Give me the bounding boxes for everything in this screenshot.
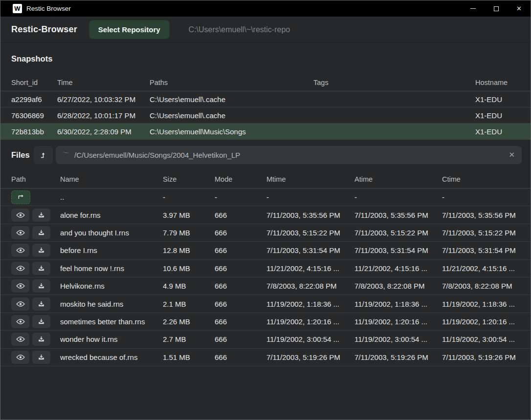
file-row[interactable]: wrecked because of.rns1.51 MB6667/11/200…: [0, 349, 531, 366]
preview-file-button[interactable]: [11, 226, 29, 239]
download-icon: [38, 265, 45, 272]
snapshot-row[interactable]: 763068696/28/2022, 10:01:17 PMC:\Users\e…: [0, 107, 531, 124]
preview-file-button[interactable]: [11, 297, 29, 311]
preview-file-button[interactable]: [11, 209, 29, 222]
file-size: 12.8 MB: [163, 246, 215, 254]
column-tags[interactable]: Tags: [313, 79, 475, 86]
column-mtime[interactable]: Mtime: [266, 175, 354, 183]
download-icon: [38, 300, 45, 308]
file-mode: 666: [215, 317, 266, 326]
file-row[interactable]: Helvikone.rns4.9 MB6667/8/2003, 8:22:08 …: [0, 277, 531, 295]
file-ctime: -: [442, 193, 520, 201]
file-row[interactable]: feel home now !.rns10.6 MB66611/21/2002,…: [0, 260, 531, 277]
preview-file-button[interactable]: [11, 262, 29, 275]
wails-logo-icon: W: [13, 4, 22, 13]
restore-file-button[interactable]: [32, 297, 50, 311]
column-short-id[interactable]: Short_id: [11, 79, 57, 86]
file-size: 3.97 MB: [163, 211, 215, 219]
restore-file-button[interactable]: [32, 315, 50, 328]
close-button[interactable]: ✕: [508, 0, 531, 17]
restore-file-button[interactable]: [32, 279, 50, 293]
clear-icon: ✕: [509, 150, 515, 159]
file-row[interactable]: and you thought I.rns7.79 MB6667/11/2003…: [0, 224, 531, 242]
file-mtime: -: [266, 193, 354, 201]
preview-file-button[interactable]: [11, 244, 29, 257]
file-mtime: 7/11/2003, 5:35:56 PM: [266, 211, 354, 219]
snapshot-hostname: X1-EDU: [475, 95, 520, 104]
snapshot-paths: C:\Users\emuell\.cache: [150, 95, 313, 104]
file-row[interactable]: moskito he said.rns2.1 MB66611/19/2002, …: [0, 295, 531, 313]
restore-file-button[interactable]: [32, 333, 50, 346]
minimize-button[interactable]: [462, 0, 485, 17]
row-actions: [11, 190, 60, 204]
snapshot-row[interactable]: a2299af66/27/2022, 10:03:32 PMC:\Users\e…: [0, 91, 531, 107]
file-mode: 666: [215, 300, 266, 308]
snapshot-row[interactable]: 72b813bb6/30/2022, 2:28:09 PMC:\Users\em…: [0, 124, 531, 140]
file-atime: 7/11/2003, 5:19:26 PM: [354, 353, 442, 361]
file-ctime: 11/19/2002, 1:18:36 ...: [442, 300, 520, 308]
download-icon: [38, 211, 45, 219]
file-mode: 666: [215, 282, 266, 290]
snapshot-hostname: X1-EDU: [475, 127, 520, 136]
column-paths[interactable]: Paths: [150, 79, 313, 86]
current-path-input[interactable]: /C/Users/emuell/Music/Songs/2004_Helveti…: [56, 146, 522, 164]
snapshots-table-header: Short_id Time Paths Tags Hostname: [0, 74, 531, 91]
file-row[interactable]: alone for.rns3.97 MB6667/11/2003, 5:35:5…: [0, 206, 531, 224]
file-size: 4.9 MB: [163, 282, 215, 290]
preview-file-button[interactable]: [11, 279, 29, 293]
column-path[interactable]: Path: [11, 175, 60, 183]
file-atime: 7/11/2003, 5:15:22 PM: [354, 229, 442, 237]
file-mtime: 11/21/2002, 4:15:16 ...: [266, 264, 354, 273]
maximize-button[interactable]: [485, 0, 508, 17]
clear-path-button[interactable]: ✕: [508, 150, 516, 159]
file-row[interactable]: sometimes better than.rns2.26 MB66611/19…: [0, 313, 531, 331]
file-mtime: 11/19/2002, 1:20:16 ...: [266, 317, 354, 326]
file-size: 7.79 MB: [163, 229, 215, 237]
files-table-body: ..-----alone for.rns3.97 MB6667/11/2003,…: [0, 189, 531, 366]
file-size: 10.6 MB: [163, 264, 215, 273]
column-atime[interactable]: Atime: [354, 175, 442, 183]
snapshot-time: 6/28/2022, 10:01:17 PM: [57, 111, 150, 120]
column-mode[interactable]: Mode: [215, 175, 266, 183]
open-parent-directory-button[interactable]: [11, 190, 30, 204]
column-name[interactable]: Name: [60, 175, 163, 183]
column-size[interactable]: Size: [163, 175, 215, 183]
select-repository-button[interactable]: Select Repository: [89, 20, 170, 39]
column-hostname[interactable]: Hostname: [475, 79, 520, 86]
window-controls: ✕: [462, 0, 531, 17]
file-size: 1.51 MB: [163, 353, 215, 361]
preview-file-button[interactable]: [11, 333, 29, 346]
titlebar: W Restic Browser ✕: [0, 0, 531, 17]
app-name: Restic-Browser: [11, 24, 77, 35]
file-size: 2.1 MB: [163, 300, 215, 308]
restore-file-button[interactable]: [32, 226, 50, 239]
snapshot-short_id: 76306869: [11, 111, 57, 120]
empty-area: [0, 366, 531, 420]
snapshot-hostname: X1-EDU: [475, 111, 520, 120]
preview-file-button[interactable]: [11, 351, 29, 364]
snapshots-section-title: Snapshots: [0, 43, 531, 74]
app-header: Restic-Browser Select Repository C:\User…: [0, 17, 531, 43]
file-row[interactable]: wonder how it.rns2.7 MB66611/19/2002, 3:…: [0, 331, 531, 348]
row-actions: [11, 244, 60, 257]
file-ctime: 7/11/2003, 5:15:22 PM: [442, 229, 520, 237]
snapshot-short_id: a2299af6: [11, 95, 57, 104]
snapshot-paths: C:\Users\emuell\Music\Songs: [150, 127, 313, 136]
eye-icon: [16, 283, 25, 289]
restore-file-button[interactable]: [32, 262, 50, 275]
column-time[interactable]: Time: [57, 79, 150, 86]
download-icon: [38, 229, 45, 236]
file-ctime: 11/19/2002, 3:00:54 ...: [442, 335, 520, 343]
restore-file-button[interactable]: [32, 244, 50, 257]
file-mode: 666: [215, 335, 266, 343]
restore-file-button[interactable]: [32, 351, 50, 364]
restore-file-button[interactable]: [32, 209, 50, 222]
file-row[interactable]: before I.rns12.8 MB6667/11/2003, 5:31:54…: [0, 242, 531, 259]
parent-directory-row[interactable]: ..-----: [0, 189, 531, 206]
file-atime: 11/19/2002, 3:00:54 ...: [354, 335, 442, 343]
column-ctime[interactable]: Ctime: [442, 175, 520, 183]
parent-directory-button[interactable]: [34, 146, 53, 164]
download-icon: [38, 282, 45, 290]
file-name: wonder how it.rns: [60, 335, 163, 343]
preview-file-button[interactable]: [11, 315, 29, 328]
